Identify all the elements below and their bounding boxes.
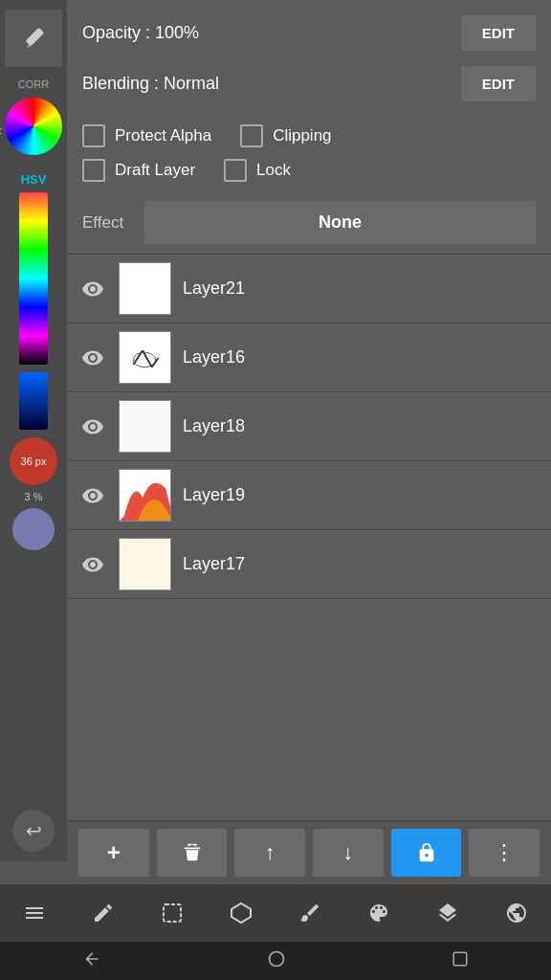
protect-alpha-checkbox[interactable]: Protect Alpha bbox=[82, 124, 211, 147]
edit-button-nav[interactable] bbox=[79, 889, 127, 937]
bottom-nav bbox=[0, 884, 551, 980]
layer-item-layer21[interactable]: Layer21 bbox=[67, 255, 551, 323]
lock-layer-button[interactable] bbox=[391, 829, 462, 877]
opacity-row: Opacity : 100% EDIT bbox=[67, 0, 551, 60]
layer-thumb-layer16 bbox=[119, 331, 171, 384]
layer-item-layer17[interactable]: Layer17 bbox=[67, 530, 551, 599]
blue-strip[interactable] bbox=[19, 372, 48, 430]
checkbox-row-2: Draft Layer Lock bbox=[82, 159, 536, 182]
color-wheel[interactable]: ‹ bbox=[5, 98, 62, 163]
blending-row: Blending : Normal EDIT bbox=[67, 60, 551, 115]
home-button[interactable] bbox=[267, 949, 286, 973]
layer-eye-layer21[interactable] bbox=[78, 275, 107, 303]
clipping-box bbox=[240, 124, 263, 147]
protect-alpha-label: Protect Alpha bbox=[115, 126, 211, 145]
palette-button[interactable] bbox=[355, 889, 403, 937]
checkbox-row-1: Protect Alpha Clipping bbox=[82, 124, 536, 147]
percent-label: 3 % bbox=[25, 491, 43, 502]
clipping-label: Clipping bbox=[273, 126, 331, 145]
opacity-edit-button[interactable]: EDIT bbox=[461, 15, 536, 51]
layer-name-layer17: Layer17 bbox=[183, 554, 245, 574]
effect-label: Effect bbox=[82, 213, 135, 233]
clipping-checkbox[interactable]: Clipping bbox=[240, 124, 331, 147]
svg-rect-0 bbox=[26, 28, 45, 47]
layer-eye-layer17[interactable] bbox=[78, 550, 107, 579]
color-wheel-arrow: ‹ bbox=[0, 122, 2, 138]
layers-list: Layer21 Layer16 bbox=[67, 254, 551, 820]
more-options-button[interactable]: ⋮ bbox=[469, 829, 540, 877]
lock-checkbox[interactable]: Lock bbox=[224, 159, 291, 182]
recent-apps-button[interactable] bbox=[452, 950, 469, 972]
draft-layer-checkbox[interactable]: Draft Layer bbox=[82, 159, 195, 182]
layer-item-layer19[interactable]: Layer19 bbox=[67, 461, 551, 530]
blending-label: Blending : Normal bbox=[82, 74, 219, 94]
layer-name-layer21: Layer21 bbox=[183, 278, 245, 299]
layer-thumb-layer18 bbox=[119, 400, 171, 453]
menu-button[interactable] bbox=[11, 889, 58, 937]
svg-point-10 bbox=[269, 951, 283, 966]
layer-item-layer18[interactable]: Layer18 bbox=[67, 392, 551, 461]
draft-layer-box bbox=[82, 159, 105, 182]
bottom-sys-nav bbox=[0, 942, 551, 980]
effect-row: Effect None bbox=[67, 191, 551, 254]
layers-button[interactable] bbox=[424, 889, 472, 937]
corr-label: CORR bbox=[12, 75, 55, 94]
color-preview[interactable] bbox=[12, 508, 55, 550]
layer-eye-layer18[interactable] bbox=[78, 412, 107, 441]
transform-button[interactable] bbox=[217, 889, 265, 937]
layer-eye-layer19[interactable] bbox=[78, 481, 107, 510]
draft-layer-label: Draft Layer bbox=[115, 161, 195, 180]
delete-layer-button[interactable] bbox=[157, 829, 228, 877]
lock-box bbox=[224, 159, 247, 182]
svg-rect-2 bbox=[120, 332, 170, 383]
layer-name-layer16: Layer16 bbox=[183, 347, 245, 368]
settings-button[interactable] bbox=[493, 889, 540, 937]
lock-label: Lock bbox=[256, 161, 291, 180]
layer-item-layer16[interactable]: Layer16 bbox=[67, 323, 551, 392]
layer-thumb-layer21 bbox=[119, 262, 171, 315]
layer-name-layer18: Layer18 bbox=[183, 416, 245, 436]
layer-eye-layer16[interactable] bbox=[78, 344, 107, 372]
layer-name-layer19: Layer19 bbox=[183, 485, 245, 505]
size-indicator: 36 px bbox=[10, 437, 57, 485]
back-button[interactable] bbox=[82, 949, 101, 973]
svg-marker-9 bbox=[231, 903, 251, 923]
layers-toolbar: + ↑ ↓ ⋮ bbox=[67, 820, 551, 884]
blending-edit-button[interactable]: EDIT bbox=[461, 66, 536, 101]
selection-button[interactable] bbox=[148, 889, 196, 937]
layer-thumb-layer19 bbox=[119, 469, 171, 522]
checkboxes-area: Protect Alpha Clipping Draft Layer Lock bbox=[67, 115, 551, 191]
effect-value[interactable]: None bbox=[144, 201, 536, 244]
color-strip[interactable] bbox=[19, 192, 48, 365]
move-layer-up-button[interactable]: ↑ bbox=[234, 829, 305, 877]
left-sidebar: CORR ‹ HSV 36 px 3 % ↩ bbox=[0, 0, 67, 861]
hsv-label: HSV bbox=[21, 172, 47, 187]
opacity-label: Opacity : 100% bbox=[82, 23, 199, 43]
main-panel: Opacity : 100% EDIT Blending : Normal ED… bbox=[67, 0, 551, 884]
layer-thumb-layer17 bbox=[119, 538, 171, 590]
svg-rect-8 bbox=[164, 904, 181, 922]
brush-button[interactable] bbox=[286, 889, 334, 937]
bottom-nav-tools bbox=[0, 884, 551, 942]
add-layer-button[interactable]: + bbox=[78, 829, 149, 877]
pencil-tool-icon[interactable] bbox=[5, 10, 62, 67]
svg-rect-11 bbox=[453, 952, 467, 966]
move-layer-down-button[interactable]: ↓ bbox=[313, 829, 384, 877]
protect-alpha-box bbox=[82, 124, 105, 147]
undo-button[interactable]: ↩ bbox=[12, 810, 55, 852]
